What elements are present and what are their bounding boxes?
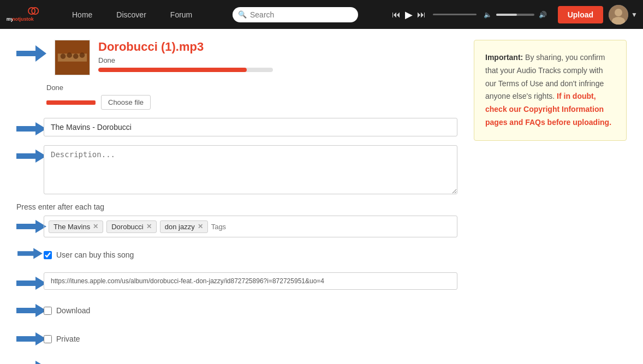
download-checkbox-row: Download: [44, 306, 457, 315]
buy-checkbox-wrapper: User can buy this song: [44, 244, 457, 266]
desc-arrow: [16, 145, 44, 166]
arrow-buy-indicator: [16, 247, 44, 260]
upload-progress-fill: [98, 68, 247, 72]
upload-left: Dorobucci (1).mp3 Done Done: [16, 40, 457, 364]
tags-input[interactable]: [211, 223, 453, 231]
file-title: Dorobucci (1).mp3: [98, 40, 457, 54]
tag-item: The Mavins ✕: [49, 220, 103, 233]
file-thumbnail: [55, 40, 90, 75]
arrow-save-indicator: [16, 359, 46, 364]
thumb-svg: [55, 40, 90, 75]
main-content: Dorobucci (1).mp3 Done Done: [0, 29, 643, 364]
private-checkbox-row: Private: [44, 335, 457, 343]
svg-point-12: [73, 53, 79, 59]
nav-links: Home Discover Forum: [60, 0, 204, 29]
tag-item: don jazzy ✕: [160, 220, 208, 233]
navbar: my notjustok Home Discover Forum 🔍 ⏮ ▶ ⏭…: [0, 0, 643, 29]
download-arrow: [16, 300, 44, 320]
buy-checkbox-row: User can buy this song: [44, 250, 457, 259]
url-arrow: [16, 272, 44, 293]
tags-arrow: [16, 216, 44, 236]
tag-text: don jazzy: [165, 223, 195, 231]
volume-icon-high: 🔊: [539, 11, 547, 19]
important-text: Important: By sharing, you confirm that …: [485, 51, 615, 129]
tag-remove-button[interactable]: ✕: [198, 223, 203, 230]
title-input[interactable]: [44, 118, 457, 136]
arrow-download-indicator: [16, 302, 46, 319]
file-info: Dorobucci (1).mp3 Done: [16, 40, 457, 75]
buy-checkbox-section: User can buy this song: [16, 244, 457, 266]
choose-file-row: Done Choose file: [16, 83, 457, 110]
save-arrow: [16, 356, 44, 364]
upload-button[interactable]: Upload: [558, 6, 603, 23]
actions-wrapper: Save Cancel: [44, 356, 119, 364]
play-button[interactable]: ▶: [405, 9, 413, 21]
avatar-dropdown-arrow[interactable]: ▼: [631, 11, 638, 19]
tag-remove-button[interactable]: ✕: [146, 223, 152, 230]
choose-file-wrapper: Done Choose file: [46, 83, 151, 110]
next-button[interactable]: ⏭: [417, 10, 426, 20]
tags-input-wrapper: The Mavins ✕ Dorobucci ✕ don jazzy ✕: [44, 216, 457, 237]
download-wrapper: Download: [44, 300, 457, 321]
nav-forum[interactable]: Forum: [158, 0, 204, 29]
actions-section: Save Cancel: [16, 356, 119, 364]
buy-arrow: [16, 244, 44, 262]
tags-row: The Mavins ✕ Dorobucci ✕ don jazzy ✕: [16, 216, 457, 237]
private-wrapper: Private: [44, 328, 457, 350]
svg-marker-14: [16, 122, 46, 135]
svg-marker-17: [17, 248, 43, 259]
volume-fill: [496, 14, 517, 16]
file-details: Dorobucci (1).mp3 Done: [98, 40, 457, 72]
tags-section: Press enter after each tag The Mavins ✕: [16, 202, 457, 237]
svg-marker-7: [16, 45, 46, 62]
volume-slider[interactable]: [496, 14, 534, 16]
prev-button[interactable]: ⏮: [392, 10, 401, 20]
purchase-url-input[interactable]: [44, 272, 457, 290]
title-section: [16, 118, 457, 139]
download-label: Download: [56, 306, 90, 315]
upload-progress-container: [98, 68, 273, 72]
svg-marker-18: [16, 277, 46, 290]
private-checkbox[interactable]: [44, 335, 52, 343]
tags-container: The Mavins ✕ Dorobucci ✕ don jazzy ✕: [44, 216, 457, 237]
arrow-url-indicator: [16, 275, 46, 291]
player-controls: ⏮ ▶ ⏭ 🔈 🔊: [392, 9, 547, 21]
description-wrapper: [44, 145, 457, 196]
tag-item: Dorobucci ✕: [106, 220, 157, 233]
choose-label: Done: [46, 83, 151, 92]
arrow-tags-indicator: [16, 218, 46, 235]
svg-point-13: [80, 52, 85, 58]
search-icon: 🔍: [238, 10, 247, 19]
buy-checkbox-label: User can buy this song: [56, 250, 134, 259]
avatar[interactable]: [609, 5, 628, 25]
svg-marker-15: [16, 150, 46, 163]
tag-remove-button[interactable]: ✕: [93, 223, 98, 230]
svg-marker-16: [16, 220, 46, 233]
private-label: Private: [56, 335, 80, 343]
svg-point-11: [67, 52, 72, 58]
svg-marker-19: [16, 304, 46, 317]
purchase-url-wrapper: [44, 272, 457, 293]
tags-label: Press enter after each tag: [16, 202, 457, 211]
nav-home[interactable]: Home: [60, 0, 104, 29]
choose-file-section: Done Choose file: [16, 83, 457, 110]
arrow-private-indicator: [16, 331, 46, 347]
svg-point-5: [615, 9, 622, 16]
arrow-title-indicator: [16, 121, 46, 137]
description-textarea[interactable]: [44, 145, 457, 194]
progress-track[interactable]: [433, 14, 477, 15]
download-checkbox[interactable]: [44, 307, 52, 315]
nav-discover[interactable]: Discover: [104, 0, 158, 29]
buy-checkbox[interactable]: [44, 251, 52, 259]
logo[interactable]: my notjustok: [5, 5, 55, 25]
search-input[interactable]: [233, 7, 358, 22]
title-arrow: [16, 118, 44, 139]
private-arrow: [16, 328, 44, 349]
done-bar: [46, 100, 96, 105]
svg-text:notjustok: notjustok: [12, 16, 34, 21]
choose-file-button[interactable]: Choose file: [101, 95, 151, 110]
important-box: Important: By sharing, you confirm that …: [474, 40, 627, 141]
volume-icon-low: 🔈: [484, 11, 492, 19]
nav-search-area: 🔍: [204, 7, 386, 22]
file-status: Done: [98, 56, 457, 64]
